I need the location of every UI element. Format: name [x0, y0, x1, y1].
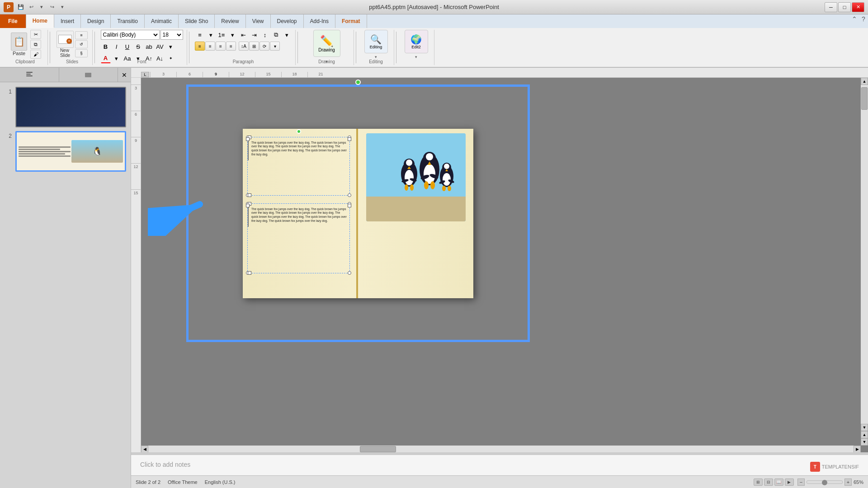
rotation-handle-top[interactable] [297, 129, 301, 134]
convert-smartart-dropdown[interactable]: ▾ [270, 42, 280, 51]
convert-smartart-button[interactable]: ⟳ [259, 42, 269, 51]
tab-slideshow[interactable]: Slide Sho [179, 14, 215, 28]
drawing-button[interactable]: ✏️ Drawing [313, 30, 340, 57]
slide-item-2[interactable]: 2 🐧 [5, 131, 126, 172]
text-box-top[interactable]: The quick brown fox jumps over the lazy … [247, 137, 350, 196]
undo-button[interactable]: ↩ [27, 3, 36, 12]
align-justify-button[interactable]: ≡ [226, 42, 236, 51]
help-icon[interactable]: ? [859, 14, 868, 23]
edit2-expand[interactable]: ▾ [415, 55, 417, 59]
align-left-button[interactable]: ≡ [195, 42, 205, 51]
slide-sorter-button[interactable]: ⊟ [764, 479, 773, 486]
customize-button[interactable]: ▾ [58, 3, 67, 12]
align-center-button[interactable]: ≡ [205, 42, 215, 51]
scroll-thumb-v[interactable] [861, 87, 868, 110]
decrease-font-button[interactable]: A↓ [155, 53, 165, 63]
tab-outline-icon[interactable] [0, 68, 59, 82]
tab-insert[interactable]: Insert [54, 14, 81, 28]
cut-button[interactable]: ✂ [30, 30, 41, 39]
zoom-out-button[interactable]: − [797, 479, 805, 486]
strikethrough-button[interactable]: S [133, 42, 143, 52]
panel-close-button[interactable]: ✕ [118, 68, 131, 82]
increase-indent[interactable]: ⇥ [249, 30, 259, 40]
font-name-select[interactable]: Calibri (Body) [101, 30, 160, 40]
zoom-in-button[interactable]: + [844, 479, 852, 486]
slideshow-button[interactable]: ▶ [785, 479, 794, 486]
columns-dropdown[interactable]: ▾ [282, 30, 292, 40]
clear-format-button[interactable]: ✦ [166, 53, 176, 63]
handle-br[interactable] [348, 193, 351, 197]
handle-bm[interactable] [248, 193, 251, 197]
handle-mr[interactable] [348, 137, 351, 141]
maximize-button[interactable]: □ [838, 2, 851, 12]
underline-button[interactable]: U [123, 42, 132, 52]
scroll-right-button[interactable]: ▶ [854, 446, 861, 453]
handle2-mr[interactable] [348, 204, 351, 207]
font-color-button[interactable]: A [101, 53, 111, 63]
bold-button[interactable]: B [101, 42, 111, 52]
undo-dropdown[interactable]: ▾ [37, 3, 46, 12]
close-button[interactable]: ✕ [852, 2, 864, 12]
columns-button[interactable]: ⧉ [271, 30, 281, 40]
align-right-button[interactable]: ≡ [216, 42, 226, 51]
save-button[interactable]: 💾 [16, 3, 25, 12]
shadow-button[interactable]: ab [144, 42, 154, 52]
paste-button[interactable]: 📋 Paste [9, 32, 29, 57]
notes-area[interactable]: Click to add notes T TEMPLATENSIF [131, 453, 868, 475]
tab-design[interactable]: Design [81, 14, 111, 28]
section-button[interactable]: § [75, 49, 88, 57]
zoom-thumb[interactable] [822, 480, 827, 485]
editing-expand[interactable]: ▾ [375, 55, 377, 59]
reading-view-button[interactable]: 📖 [774, 479, 783, 486]
reset-button[interactable]: ↺ [75, 40, 88, 48]
scroll-left-button[interactable]: ◀ [141, 446, 148, 453]
line-spacing-button[interactable]: ↕ [260, 30, 270, 40]
canvas-rotation-handle[interactable] [355, 80, 361, 85]
tab-file[interactable]: File [0, 14, 26, 28]
text-box-bottom[interactable]: The quick brown fox jumps over the lazy … [247, 203, 350, 273]
bullets-dropdown[interactable]: ▾ [206, 30, 216, 40]
tab-review[interactable]: Review [215, 14, 245, 28]
normal-view-button[interactable]: ⊞ [754, 479, 763, 486]
zoom-slider[interactable] [807, 480, 843, 484]
italic-button[interactable]: I [112, 42, 122, 52]
edit2-button[interactable]: 🌍 Edit2 [405, 30, 428, 53]
spacing-dropdown[interactable]: ▾ [166, 42, 176, 52]
scroll-thumb-h[interactable] [360, 446, 396, 452]
character-spacing-button[interactable]: AV [155, 42, 165, 52]
slide-canvas[interactable]: The quick brown fox jumps over the lazy … [186, 84, 530, 342]
notes-resize-handle[interactable] [131, 452, 868, 455]
numbering-dropdown[interactable]: ▾ [227, 30, 237, 40]
tab-developer[interactable]: Develop [271, 14, 304, 28]
tab-addins[interactable]: Add-Ins [304, 14, 335, 28]
minimize-button[interactable]: ─ [825, 2, 837, 12]
slide-item-1[interactable]: 1 [5, 87, 126, 127]
scroll-down-button[interactable]: ▼ [861, 424, 868, 431]
decrease-indent[interactable]: ⇤ [238, 30, 248, 40]
tab-view[interactable]: View [246, 14, 271, 28]
tab-animations[interactable]: Animatic [145, 14, 179, 28]
handle2-ml[interactable] [246, 204, 250, 207]
ribbon-minimize-icon[interactable]: ⌃ [850, 14, 859, 23]
editing-button[interactable]: 🔍 Editing [364, 30, 388, 53]
numbering-button[interactable]: 1≡ [217, 30, 226, 40]
tab-transitions[interactable]: Transitio [111, 14, 145, 28]
copy-button[interactable]: ⧉ [30, 40, 41, 49]
font-color-dropdown[interactable]: ▾ [112, 53, 122, 63]
handle2-bm[interactable] [248, 271, 251, 275]
layout-button[interactable]: ≡ [75, 31, 88, 39]
scroll-page-up-button[interactable]: ▲ [861, 431, 868, 438]
handle-ml[interactable] [246, 137, 250, 141]
format-painter-button[interactable]: 🖌 [30, 50, 41, 59]
tab-format[interactable]: Format [335, 14, 367, 28]
tab-slides-icon[interactable] [59, 68, 118, 82]
new-slide-button[interactable]: + NewSlide [57, 31, 74, 58]
align-text-button[interactable]: ⊞ [249, 42, 259, 51]
redo-button[interactable]: ↪ [47, 3, 57, 12]
handle2-br[interactable] [348, 271, 351, 275]
change-case-button[interactable]: Aa [123, 53, 132, 63]
font-size-select[interactable]: 18 [160, 30, 183, 40]
tab-home[interactable]: Home [26, 14, 54, 28]
bullets-button[interactable]: ≡ [195, 30, 205, 40]
scroll-up-button[interactable]: ▲ [861, 78, 868, 85]
